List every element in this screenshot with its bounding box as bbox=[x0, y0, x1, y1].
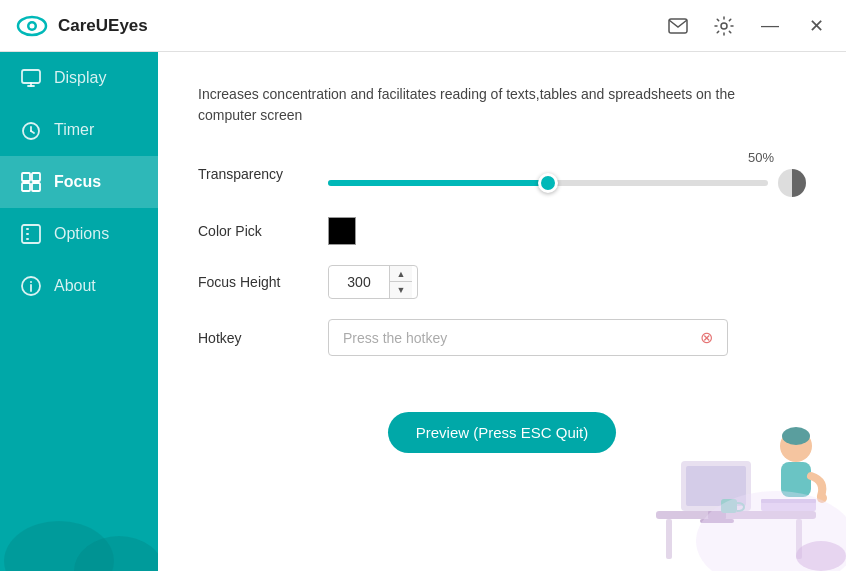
focus-height-row: Focus Height ▲ ▼ bbox=[198, 265, 806, 299]
preview-button-container: Preview (Press ESC Quit) bbox=[198, 396, 806, 453]
svg-rect-21 bbox=[796, 519, 802, 559]
transparency-label: Transparency bbox=[198, 166, 328, 182]
svg-rect-24 bbox=[708, 511, 726, 519]
svg-rect-12 bbox=[32, 173, 40, 181]
spinbox-up-arrow[interactable]: ▲ bbox=[390, 266, 412, 282]
main-layout: Display Timer Focus bbox=[0, 52, 846, 571]
hotkey-label: Hotkey bbox=[198, 330, 328, 346]
display-label: Display bbox=[54, 69, 106, 87]
preview-button[interactable]: Preview (Press ESC Quit) bbox=[388, 412, 617, 453]
title-bar: CareUEyes — ✕ bbox=[0, 0, 846, 52]
svg-rect-14 bbox=[32, 183, 40, 191]
hotkey-control: Press the hotkey ⊗ bbox=[328, 319, 806, 356]
svg-line-10 bbox=[31, 131, 34, 133]
sidebar-item-about[interactable]: About bbox=[0, 260, 158, 312]
svg-point-18 bbox=[30, 281, 32, 283]
hotkey-clear-button[interactable]: ⊗ bbox=[700, 328, 713, 347]
brightness-icon bbox=[778, 169, 806, 197]
color-pick-label: Color Pick bbox=[198, 223, 328, 239]
about-icon bbox=[20, 276, 42, 296]
svg-rect-19 bbox=[656, 511, 816, 519]
svg-point-29 bbox=[817, 493, 827, 503]
sidebar-item-options[interactable]: Options bbox=[0, 208, 158, 260]
slider-value: 50% bbox=[328, 150, 806, 165]
timer-label: Timer bbox=[54, 121, 94, 139]
email-button[interactable] bbox=[664, 12, 692, 40]
svg-rect-23 bbox=[686, 466, 746, 506]
svg-rect-3 bbox=[669, 19, 687, 33]
content-area: Increases concentration and facilitates … bbox=[158, 52, 846, 571]
slider-container: 50% bbox=[328, 150, 806, 197]
focus-height-control: ▲ ▼ bbox=[328, 265, 806, 299]
spinbox-arrows: ▲ ▼ bbox=[389, 266, 412, 298]
timer-icon bbox=[20, 120, 42, 140]
title-bar-right: — ✕ bbox=[664, 12, 830, 40]
settings-area: Transparency 50% bbox=[198, 150, 806, 376]
slider-thumb[interactable] bbox=[538, 173, 558, 193]
svg-rect-30 bbox=[761, 501, 816, 511]
focus-label: Focus bbox=[54, 173, 101, 191]
about-label: About bbox=[54, 277, 96, 295]
focus-icon bbox=[20, 172, 42, 192]
svg-rect-11 bbox=[22, 173, 30, 181]
svg-rect-13 bbox=[22, 183, 30, 191]
app-logo bbox=[16, 10, 48, 42]
svg-point-33 bbox=[796, 541, 846, 571]
sidebar-item-focus[interactable]: Focus bbox=[0, 156, 158, 208]
transparency-control: 50% bbox=[328, 150, 806, 197]
color-swatch[interactable] bbox=[328, 217, 356, 245]
display-icon bbox=[20, 68, 42, 88]
svg-rect-22 bbox=[681, 461, 751, 511]
focus-height-spinbox: ▲ ▼ bbox=[328, 265, 418, 299]
slider-row bbox=[328, 169, 806, 197]
slider-fill bbox=[328, 180, 548, 186]
transparency-slider[interactable] bbox=[328, 180, 768, 186]
title-bar-left: CareUEyes bbox=[16, 10, 148, 42]
focus-height-input[interactable] bbox=[329, 268, 389, 296]
color-pick-row: Color Pick bbox=[198, 217, 806, 245]
options-label: Options bbox=[54, 225, 109, 243]
svg-point-4 bbox=[721, 23, 727, 29]
svg-rect-25 bbox=[700, 519, 734, 523]
svg-rect-5 bbox=[22, 70, 40, 83]
hotkey-row: Hotkey Press the hotkey ⊗ bbox=[198, 319, 806, 356]
hotkey-placeholder: Press the hotkey bbox=[343, 330, 447, 346]
sidebar-item-timer[interactable]: Timer bbox=[0, 104, 158, 156]
svg-rect-15 bbox=[22, 225, 40, 243]
svg-rect-28 bbox=[781, 462, 811, 497]
sidebar: Display Timer Focus bbox=[0, 52, 158, 571]
sidebar-item-display[interactable]: Display bbox=[0, 52, 158, 104]
transparency-row: Transparency 50% bbox=[198, 150, 806, 197]
hotkey-container[interactable]: Press the hotkey ⊗ bbox=[328, 319, 728, 356]
settings-button[interactable] bbox=[710, 12, 738, 40]
svg-rect-32 bbox=[721, 499, 737, 513]
focus-height-label: Focus Height bbox=[198, 274, 328, 290]
options-icon bbox=[20, 224, 42, 244]
spinbox-down-arrow[interactable]: ▼ bbox=[390, 282, 412, 298]
svg-rect-31 bbox=[761, 499, 816, 503]
app-name: CareUEyes bbox=[58, 16, 148, 36]
svg-rect-20 bbox=[666, 519, 672, 559]
minimize-button[interactable]: — bbox=[756, 12, 784, 40]
svg-point-34 bbox=[696, 491, 846, 571]
svg-point-2 bbox=[30, 23, 35, 28]
close-button[interactable]: ✕ bbox=[802, 12, 830, 40]
description-text: Increases concentration and facilitates … bbox=[198, 84, 758, 126]
color-pick-control bbox=[328, 217, 806, 245]
